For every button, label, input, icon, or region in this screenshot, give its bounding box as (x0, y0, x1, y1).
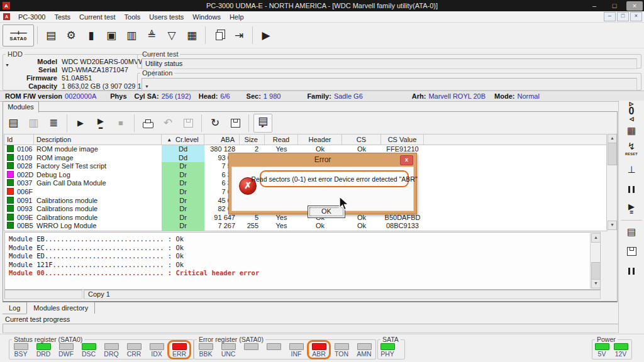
rom-chip-icon-glyph: ▮ (88, 32, 94, 39)
operation-dropdown-icon[interactable]: ▼ (145, 84, 149, 89)
rom-item-value: 6/6 (220, 92, 230, 100)
exit-utility-icon[interactable]: ⇥ (230, 26, 248, 44)
column-header-id[interactable]: Id (4, 134, 34, 145)
run-icon-glyph: ▶ (262, 32, 270, 39)
cell-filler (424, 222, 607, 231)
led-label: CRR (127, 351, 142, 358)
log-scroll-down-icon[interactable]: ▼ (591, 279, 601, 288)
export-report-icon[interactable]: ▤▸ (253, 114, 272, 133)
column-header-read[interactable]: Read (265, 134, 298, 145)
copy-task-icon[interactable] (210, 26, 228, 44)
menu-item-pc-3000[interactable]: PC-3000 (14, 13, 50, 21)
column-header-description[interactable]: Description (34, 134, 162, 145)
maximize-button[interactable]: □ (606, 1, 623, 11)
status-register-legend: Status register (SATA0) (12, 336, 84, 343)
minimize-button[interactable]: – (586, 1, 602, 11)
start-selected-icon[interactable]: ▶▂ (92, 114, 109, 132)
log-scrollbar-thumb[interactable] (591, 262, 601, 280)
led-idx: IDX (145, 343, 168, 358)
log-output: Module EB.............................. … (4, 232, 601, 290)
log-pause-icon[interactable] (622, 262, 641, 280)
table-row[interactable]: 009ECalibrations moduleDr91 6475YesOkOkB… (4, 214, 607, 222)
led-label: ERR (172, 351, 186, 358)
sata0-port-button[interactable]: —+— SATA0 (3, 25, 34, 47)
led-indicator (36, 343, 51, 350)
read-module-db-icon-glyph: ▥ (28, 119, 38, 126)
db-save-icon[interactable] (226, 114, 244, 132)
tab-log[interactable]: Log (3, 302, 26, 314)
column-header-crlevel[interactable]: ▲Cr.level (162, 134, 204, 145)
zero-fill-icon[interactable]: ▹0◃ (622, 102, 641, 120)
rom-burn-icon[interactable]: ▦ (622, 122, 641, 140)
led-label: INF (291, 351, 302, 358)
dialog-close-icon[interactable]: x (400, 155, 413, 165)
column-header-aba[interactable]: ABA (204, 134, 240, 145)
mdi-restore-button[interactable]: □ (617, 12, 629, 21)
data-extractor-icon[interactable]: ▥ (123, 26, 140, 44)
hdd-dropdown-icon[interactable]: ▼ (5, 63, 9, 67)
table-row[interactable]: 00B5WRRO Log ModuleDr7 267255YesOkOk08BC… (4, 222, 607, 231)
tab-modules-directory[interactable]: Modules directory (26, 302, 95, 314)
rom-item-label: Sec: (247, 92, 261, 100)
print-icon[interactable] (139, 114, 157, 132)
utility-status-icon[interactable]: ▤ (42, 26, 60, 44)
log-save-icon[interactable] (622, 243, 641, 260)
menu-item-tests[interactable]: Tests (50, 13, 75, 21)
table-scrollbar[interactable]: ▲ ▼ (606, 134, 616, 230)
pause-icon[interactable] (622, 180, 641, 198)
start-test-icon[interactable]: ▶ (72, 114, 89, 132)
mouse-cursor (338, 196, 351, 212)
surface-filter-icon[interactable]: ▽ (163, 26, 180, 44)
scrollbar-thumb[interactable] (608, 143, 617, 165)
cell-id: 0109 (4, 154, 34, 163)
start-with-params-icon[interactable]: ▶≣ (622, 200, 641, 217)
cell-id: 002D (4, 171, 34, 180)
heads-test-icon[interactable]: ≜ (143, 26, 160, 44)
column-header-size[interactable]: Size (240, 134, 265, 145)
db-refresh-icon[interactable]: ↻ (206, 114, 224, 132)
terminal-pin-icon[interactable]: ⊥ (622, 161, 641, 178)
hdd-field-label: Capacity (3, 82, 57, 90)
cell-id: 006F (4, 188, 34, 197)
menu-item-current-test[interactable]: Current test (75, 13, 119, 21)
scroll-up-icon[interactable]: ▲ (608, 134, 617, 143)
reset-drive-icon[interactable]: ↯RESET (622, 141, 641, 159)
utility-settings-icon[interactable]: ⚙ (62, 26, 80, 44)
undo-icon-glyph: ↶ (164, 119, 172, 126)
rom-chip-icon[interactable]: ▮ (82, 26, 100, 44)
log-scrollbar[interactable]: ▲ ▼ (590, 233, 599, 288)
table-header[interactable]: IdDescription▲Cr.levelABASizeReadHeaderC… (4, 134, 607, 145)
scroll-down-icon[interactable]: ▼ (608, 221, 617, 230)
log-settings-icon[interactable]: ▤ (622, 223, 641, 241)
tab-modules[interactable]: Modules (3, 101, 39, 112)
menu-item-help[interactable]: Help (225, 13, 248, 21)
module-list-icon[interactable]: ≣ (45, 114, 62, 132)
error-dialog: Error x ✗ Read sectors (0-1) ext error D… (228, 153, 417, 214)
module-status-swatch (7, 188, 14, 195)
log-scroll-up-icon[interactable]: ▲ (591, 233, 601, 243)
sector-grid-icon[interactable]: ▦ (183, 26, 201, 44)
module-status-swatch (7, 205, 14, 212)
rom-item-value: 1 980 (264, 92, 281, 100)
close-button[interactable]: × (626, 1, 643, 11)
menu-item-tools[interactable]: Tools (120, 13, 145, 21)
mdi-minimize-button[interactable]: – (604, 12, 616, 21)
led-abr: ABR (308, 343, 330, 358)
menu-item-windows[interactable]: Windows (188, 13, 225, 21)
toolbar-separator (252, 26, 253, 44)
edit-module-icon[interactable]: ▤ (4, 114, 22, 132)
menu-item-users-tests[interactable]: Users tests (145, 13, 188, 21)
module-status-swatch (7, 179, 14, 186)
column-header-cs[interactable]: CS (342, 134, 381, 145)
status-cell-empty (4, 290, 82, 299)
column-header-header[interactable]: Header (298, 134, 342, 145)
cell-description: ROM image (34, 154, 162, 163)
run-icon[interactable]: ▶ (257, 26, 275, 44)
rom-info-strip: ROM F/W version0020000APhysCyl SA:256 (1… (0, 90, 644, 102)
pcb-resources-icon[interactable]: ▣ (103, 26, 120, 44)
log-line: Module 121F............................ … (9, 261, 587, 270)
column-header-filler (424, 134, 607, 145)
mdi-close-button[interactable]: × (630, 12, 642, 21)
start-with-params-icon-sub: ≣ (630, 211, 634, 214)
column-header-csvalue[interactable]: CS Value (381, 134, 424, 145)
